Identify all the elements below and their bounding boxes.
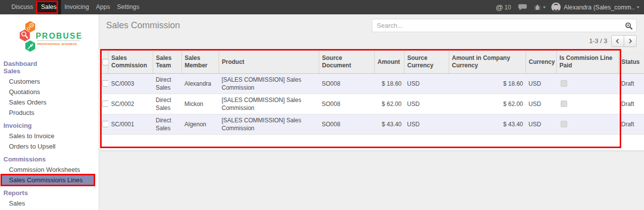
messages-icon[interactable]	[518, 4, 527, 11]
svg-text:PROFESSIONAL BUSINESS: PROFESSIONAL BUSINESS	[37, 43, 77, 46]
is-paid-checkbox[interactable]	[561, 121, 567, 127]
sidebar-item-products[interactable]: Products	[0, 107, 99, 118]
col-source-currency[interactable]: Source Currency	[404, 51, 449, 73]
table-row[interactable]: SC/0003 Direct Sales Alexandra [SALES CO…	[101, 73, 644, 94]
sidebar-item-sales-orders[interactable]: Sales Orders	[0, 97, 99, 107]
sidebar-item-customers[interactable]: Customers	[0, 76, 99, 87]
top-menu-discuss[interactable]: Discuss	[8, 0, 37, 14]
search-box	[372, 19, 637, 32]
col-is-paid[interactable]: Is Commision Line Paid	[556, 51, 618, 73]
search-input[interactable]	[372, 19, 636, 32]
col-product[interactable]: Product	[219, 51, 319, 73]
activities-icon[interactable]: @	[496, 0, 503, 14]
user-caret-icon	[637, 6, 640, 8]
probuse-logo: PROBUSE PROFESSIONAL BUSINESS	[16, 20, 86, 59]
top-menu-settings[interactable]: Settings	[114, 0, 143, 14]
sidebar-item-sales-commissions-lines[interactable]: Sales Commissions Lines	[1, 175, 94, 185]
table-row[interactable]: SC/0002 Direct Sales Mickon [SALES COMMI…	[101, 94, 644, 114]
main-content: Sales Commission 1-3 / 3 Sales Commissio…	[100, 14, 644, 210]
user-menu[interactable]: Alexandra (Sales_comm..	[551, 2, 640, 12]
is-paid-checkbox[interactable]	[561, 80, 567, 87]
search-icon[interactable]	[625, 22, 633, 32]
table-row[interactable]: SC/0001 Direct Sales Algenon [SALES COMM…	[101, 114, 644, 134]
pager-next-button[interactable]	[624, 35, 637, 47]
status-cell: Draft	[618, 114, 644, 134]
pager-range: 1-3 / 3	[589, 37, 607, 45]
page-title: Sales Commission	[106, 20, 180, 31]
sidebar-item-quotations[interactable]: Quotations	[0, 87, 99, 97]
sidebar: PROBUSE PROFESSIONAL BUSINESS Dashboard …	[0, 14, 99, 210]
table-header-row: Sales Commission Sales Team Sales Member…	[101, 51, 644, 73]
top-menu: Discuss Sales Invoicing Apps Settings	[8, 0, 143, 14]
col-amount[interactable]: Amount	[374, 51, 404, 73]
sidebar-section-sales[interactable]: Sales	[0, 67, 99, 75]
activities-count: 10	[505, 4, 511, 11]
col-currency[interactable]: Currency	[526, 51, 556, 73]
user-avatar	[551, 2, 561, 12]
sidebar-item-sales-to-invoice[interactable]: Sales to Invoice	[0, 131, 99, 141]
top-bar: Discuss Sales Invoicing Apps Settings @ …	[0, 0, 644, 14]
top-menu-sales[interactable]: Sales	[37, 0, 61, 14]
empty-row	[101, 134, 644, 151]
sidebar-item-reports-sales[interactable]: Sales	[0, 198, 99, 209]
top-menu-apps[interactable]: Apps	[92, 0, 114, 14]
col-amount-company[interactable]: Amount in Company Currency	[449, 51, 526, 73]
sidebar-section-commissions[interactable]: Commissions	[0, 156, 99, 163]
sidebar-nav: Dashboard Sales Customers Quotations Sal…	[0, 58, 99, 209]
user-name: Alexandra (Sales_comm..	[564, 4, 635, 11]
status-cell: Draft	[618, 94, 644, 114]
sidebar-section-reports[interactable]: Reports	[0, 189, 99, 197]
list-view: Sales Commission Sales Team Sales Member…	[101, 51, 644, 151]
sidebar-item-orders-to-upsell[interactable]: Orders to Upsell	[0, 141, 99, 152]
col-sales-team[interactable]: Sales Team	[153, 51, 181, 73]
col-sales-commission[interactable]: Sales Commission	[108, 51, 153, 73]
top-menu-invoicing[interactable]: Invoicing	[61, 0, 92, 14]
sidebar-section-invoicing[interactable]: Invoicing	[0, 122, 99, 129]
debug-caret-icon	[543, 6, 546, 8]
sidebar-item-commission-worksheets[interactable]: Commission Worksheets	[0, 164, 99, 175]
pager-previous-button[interactable]	[611, 35, 624, 47]
is-paid-checkbox[interactable]	[561, 101, 567, 107]
col-status[interactable]: Status	[618, 51, 644, 73]
col-sales-member[interactable]: Sales Member	[181, 51, 219, 73]
status-cell: Draft	[618, 73, 644, 94]
sidebar-item-dashboard[interactable]: Dashboard	[0, 60, 99, 67]
svg-text:PROBUSE: PROBUSE	[36, 32, 83, 40]
debug-bug-icon[interactable]	[534, 4, 546, 11]
col-source-document[interactable]: Source Document	[319, 51, 374, 73]
